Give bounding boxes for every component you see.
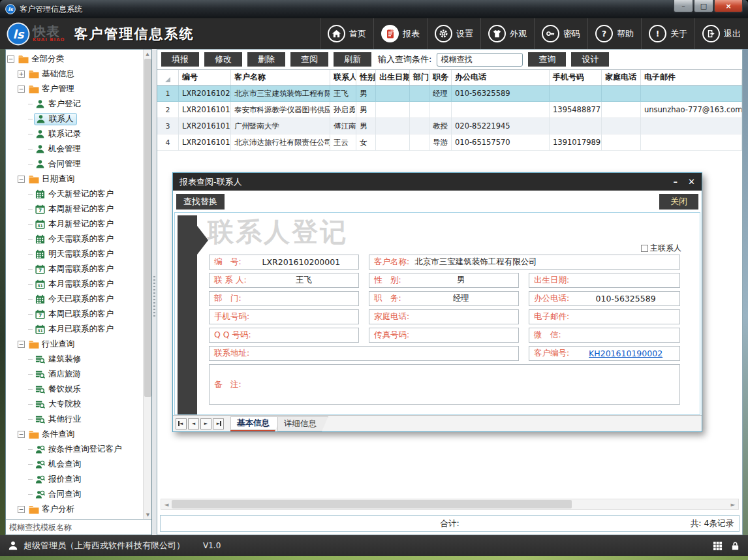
tree-item[interactable]: 合同查询 <box>7 487 142 502</box>
splitter[interactable] <box>152 49 157 535</box>
column-header[interactable]: 联系人 <box>330 70 356 85</box>
nav-item-about[interactable]: !关于 <box>641 18 694 49</box>
sort-header-cell[interactable] <box>157 70 179 85</box>
tree-item[interactable]: 客户登记 <box>7 97 142 112</box>
collapse-icon[interactable]: − <box>18 176 25 183</box>
tree-item-body[interactable]: 31本月已联系的客户 <box>34 324 116 335</box>
record-nav-next-button[interactable]: ► <box>200 418 211 429</box>
collapse-icon[interactable]: − <box>18 341 25 348</box>
design-button[interactable]: 设计 <box>571 52 609 67</box>
tree-item-body[interactable]: 机会查询 <box>34 459 84 470</box>
tree-item-body[interactable]: 联系记录 <box>34 129 84 140</box>
tree-item[interactable]: 酒店旅游 <box>7 367 142 382</box>
tree-item[interactable]: −行业查询 <box>7 337 142 352</box>
hscroll-track[interactable] <box>172 499 728 509</box>
nav-item-gear[interactable]: 设置 <box>427 18 480 49</box>
scroll-left-icon[interactable]: ◄ <box>161 499 172 509</box>
column-header[interactable]: 编号 <box>179 70 231 85</box>
tree-item[interactable]: −全部分类 <box>7 52 142 67</box>
query-button[interactable]: 查询 <box>528 52 566 67</box>
tree-item[interactable]: −条件查询 <box>7 427 142 442</box>
tree-item[interactable]: 报价查询 <box>7 472 142 487</box>
nav-item-help[interactable]: ?帮助 <box>587 18 641 49</box>
tree-item-body[interactable]: 报价查询 <box>34 474 84 485</box>
column-header[interactable]: 手机号码 <box>550 70 602 85</box>
table-row[interactable]: 1LXR201610200001北京市三宝建筑装饰工程有限公司王飞男经理010-… <box>157 86 742 102</box>
restore-button[interactable]: □ <box>694 0 713 12</box>
tree-item-body[interactable]: 机会管理 <box>34 144 84 155</box>
column-header[interactable]: 性别 <box>356 70 376 85</box>
tree-item[interactable]: 31本月新登记的客户 <box>7 217 142 232</box>
collapse-icon[interactable]: − <box>18 506 25 513</box>
column-header[interactable]: 电子邮件 <box>641 70 742 85</box>
tree-item[interactable]: 餐饮娱乐 <box>7 382 142 397</box>
tree-item[interactable]: 其他行业 <box>7 412 142 427</box>
grid-icon[interactable] <box>713 541 723 551</box>
tree-item-body[interactable]: 客户管理 <box>27 84 77 95</box>
tree-item[interactable]: 7本周新登记的客户 <box>7 202 142 217</box>
tree-item-body[interactable]: 明天需联系的客户 <box>34 249 116 260</box>
close-button[interactable]: × <box>714 0 743 12</box>
tree-item[interactable]: 合同管理 <box>7 157 142 172</box>
column-header[interactable]: 职务 <box>429 70 452 85</box>
nav-item-key[interactable]: 密码 <box>534 18 587 49</box>
tree-item[interactable]: 31本月已联系的客户 <box>7 322 142 337</box>
tree-item[interactable]: 机会管理 <box>7 142 142 157</box>
toolbar-button-3[interactable]: 查阅 <box>290 52 328 67</box>
tree-item-body[interactable]: 其他行业 <box>34 414 84 425</box>
tree-item-body[interactable]: 今天已联系的客户 <box>34 294 116 305</box>
record-nav-last-button[interactable]: ► <box>213 418 224 429</box>
template-search-input[interactable] <box>6 520 151 535</box>
tree-item[interactable]: 7本周需联系的客户 <box>7 262 142 277</box>
nav-item-report[interactable]: 报表 <box>373 18 427 49</box>
tree-item[interactable]: 7本周已联系的客户 <box>7 307 142 322</box>
record-nav-prev-button[interactable]: ◄ <box>188 418 199 429</box>
tree-item-body[interactable]: 今天需联系的客户 <box>34 234 116 245</box>
scroll-up-icon[interactable]: ▲ <box>144 50 151 58</box>
nav-item-exit[interactable]: 退出 <box>694 18 748 49</box>
tree-item-body[interactable]: 日期查询 <box>27 174 77 185</box>
tree-item[interactable]: 31本月需联系的客户 <box>7 277 142 292</box>
column-header[interactable]: 客户名称 <box>231 70 330 85</box>
tab-detail-info[interactable]: 详细信息 <box>277 416 328 431</box>
query-input[interactable] <box>437 53 523 67</box>
toolbar-button-0[interactable]: 填报 <box>161 52 199 67</box>
dialog-minimize-icon[interactable]: – <box>674 177 678 187</box>
tree-item-body[interactable]: 客户分析 <box>27 504 77 515</box>
tree-item-body[interactable]: 7本周需联系的客户 <box>34 264 116 275</box>
column-header[interactable]: 家庭电话 <box>602 70 641 85</box>
tree-item-body[interactable]: 大专院校 <box>34 399 84 410</box>
collapse-icon[interactable]: − <box>18 86 25 93</box>
tree-item-body[interactable]: 31本月新登记的客户 <box>34 219 116 230</box>
tree-item-body[interactable]: 联系人 <box>34 113 77 125</box>
tree-item-body[interactable]: 客户登记 <box>34 99 84 110</box>
column-header[interactable]: 办公电话 <box>452 70 550 85</box>
tab-basic-info[interactable]: 基本信息 <box>230 416 281 431</box>
tree-item[interactable]: 大专院校 <box>7 397 142 412</box>
column-header[interactable]: 出生日期 <box>376 70 410 85</box>
tree-item[interactable]: 今天已联系的客户 <box>7 292 142 307</box>
collapse-icon[interactable]: − <box>18 431 25 438</box>
dialog-close-icon[interactable]: ✕ <box>688 177 695 187</box>
tree-item-body[interactable]: 全部分类 <box>17 54 67 65</box>
tree-item-body[interactable]: 建筑装修 <box>34 354 84 365</box>
nav-item-home[interactable]: 首页 <box>320 18 373 49</box>
tree-scrollbar[interactable]: ▲ ▼ <box>143 50 151 519</box>
tree-item[interactable]: 今天需联系的客户 <box>7 232 142 247</box>
tree-item-body[interactable]: 基础信息 <box>27 69 77 80</box>
tree-item[interactable]: +基础信息 <box>7 67 142 82</box>
minimize-button[interactable]: – <box>674 0 693 12</box>
nav-item-shirt[interactable]: 外观 <box>480 18 534 49</box>
table-row[interactable]: 2LXR201610190010泰安市科源教学仪器图书供应站孙启勇男139548… <box>157 102 742 118</box>
hscroll-thumb[interactable] <box>172 500 572 508</box>
lock-icon[interactable] <box>730 541 740 551</box>
tree-item[interactable]: −客户分析 <box>7 502 142 517</box>
primary-contact-checkbox[interactable]: 主联系人 <box>641 243 681 254</box>
scroll-right-icon[interactable]: ► <box>728 499 738 509</box>
tree-item[interactable]: 机会查询 <box>7 457 142 472</box>
tree-item[interactable]: 今天新登记的客户 <box>7 187 142 202</box>
column-header[interactable]: 部门 <box>410 70 429 85</box>
tree-item[interactable]: −日期查询 <box>7 172 142 187</box>
customer-id-link[interactable]: KH201610190002 <box>572 349 679 358</box>
table-hscrollbar[interactable]: ◄ ► <box>161 499 739 510</box>
